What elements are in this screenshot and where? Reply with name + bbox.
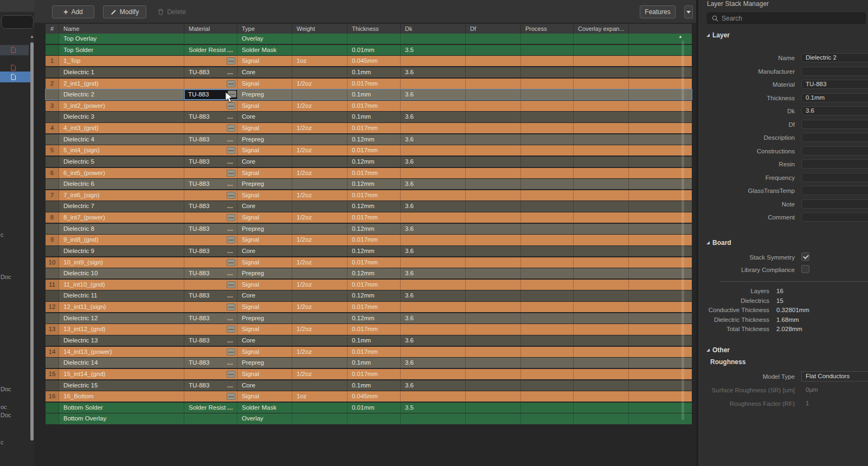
cell-material[interactable]	[184, 34, 237, 44]
cell-process[interactable]	[521, 34, 574, 44]
cell-process[interactable]	[521, 257, 574, 268]
cell-material[interactable]: Solder Resist…	[184, 403, 237, 413]
ellipsis-button[interactable]: …	[227, 192, 235, 199]
cell-material[interactable]: TU-883…	[184, 246, 237, 256]
cell-thickness[interactable]: 0.017mm	[348, 190, 401, 200]
cell-weight[interactable]	[292, 403, 348, 413]
features-button[interactable]: Features	[640, 5, 676, 18]
table-row-5_int4_(sign)[interactable]: 55_int4_(sign)…Signal1/2oz0.017mm	[46, 145, 692, 156]
table-row-1_Top[interactable]: 11_Top…Signal1oz0.045mm	[46, 56, 692, 66]
cell-df[interactable]	[466, 34, 521, 44]
cell-coverlay[interactable]	[574, 145, 629, 156]
cell-thickness[interactable]: 0.12mm	[348, 224, 401, 234]
ellipsis-button[interactable]: …	[227, 348, 235, 355]
cell-process[interactable]	[521, 134, 574, 145]
cell-coverlay[interactable]	[574, 246, 629, 256]
cell-df[interactable]	[466, 123, 521, 133]
cell-coverlay[interactable]	[574, 89, 629, 100]
cell-process[interactable]	[521, 347, 574, 357]
cell-df[interactable]	[466, 190, 521, 200]
cell-name[interactable]: Dielectric 9	[59, 246, 184, 256]
cell-dk[interactable]	[401, 190, 466, 200]
cell-thickness[interactable]: 0.017mm	[348, 168, 401, 178]
cell-dk[interactable]: 3.6	[401, 134, 466, 145]
add-button[interactable]: + Add	[52, 5, 94, 18]
cell-type[interactable]: Overlay	[237, 413, 292, 424]
cell-weight[interactable]: 1/2oz	[292, 168, 348, 178]
cell-df[interactable]	[466, 134, 521, 145]
table-row-Dielectric 14[interactable]: Dielectric 14TU-883…Prepreg0.1mm3.6	[46, 358, 692, 368]
section-header-layer[interactable]: Layer	[706, 31, 730, 39]
cell-name[interactable]: 16_Bottom	[59, 391, 184, 402]
cell-type[interactable]: Core	[237, 201, 292, 211]
ellipsis-button[interactable]: …	[227, 170, 235, 177]
cell-df[interactable]	[466, 358, 521, 368]
cell-df[interactable]	[466, 67, 521, 77]
cell-thickness[interactable]	[348, 34, 401, 44]
cell-weight[interactable]	[292, 34, 348, 44]
cell-df[interactable]	[466, 157, 521, 167]
cell-material[interactable]: …	[184, 235, 237, 245]
cell-type[interactable]: Prepreg	[237, 89, 292, 100]
cell-df[interactable]	[466, 413, 521, 424]
cell-dk[interactable]	[401, 79, 466, 89]
cell-type[interactable]: Prepreg	[237, 134, 292, 145]
cell-material[interactable]: …	[184, 257, 237, 268]
cell-dk[interactable]: 3.6	[401, 179, 466, 189]
cell-name[interactable]: 12_int11_(sign)	[59, 302, 184, 312]
cell-type[interactable]: Signal	[237, 280, 292, 290]
ellipsis-icon[interactable]: …	[227, 335, 234, 346]
cell-coverlay[interactable]	[574, 190, 629, 200]
cell-process[interactable]	[521, 101, 574, 111]
ellipsis-button[interactable]: …	[227, 371, 235, 378]
cell-name[interactable]: 6_int5_(power)	[59, 168, 184, 178]
column-header-name[interactable]: Name	[59, 24, 184, 34]
cell-thickness[interactable]: 0.017mm	[348, 79, 401, 89]
cell-df[interactable]	[466, 369, 521, 379]
cell-dk[interactable]	[401, 391, 466, 402]
cell-material[interactable]: …	[184, 145, 237, 156]
cell-name[interactable]: Dielectric 5	[59, 157, 184, 167]
ellipsis-icon[interactable]: …	[227, 157, 234, 167]
cell-material[interactable]: TU-883…	[184, 224, 237, 234]
cell-weight[interactable]: 1/2oz	[292, 190, 348, 200]
ellipsis-button[interactable]: …	[227, 125, 235, 132]
cell-dk[interactable]: 3.6	[401, 201, 466, 211]
project-tree-item-selected[interactable]	[0, 72, 30, 82]
table-row-Dielectric 2[interactable]: Dielectric 2TU-883…Prepreg0.1mm3.6	[46, 89, 692, 100]
cell-thickness[interactable]: 0.017mm	[348, 369, 401, 379]
cell-dk[interactable]	[401, 168, 466, 178]
cell-process[interactable]	[521, 112, 574, 122]
cell-process[interactable]	[521, 190, 574, 200]
cell-type[interactable]: Signal	[237, 324, 292, 334]
cell-material[interactable]: TU-883…	[184, 67, 237, 77]
cell-dk[interactable]	[401, 101, 466, 111]
cell-df[interactable]	[466, 45, 521, 55]
cell-coverlay[interactable]	[574, 212, 629, 223]
cell-name[interactable]: 2_int1_(gnd)	[59, 79, 184, 89]
ellipsis-icon[interactable]: …	[227, 45, 234, 55]
cell-material[interactable]: …	[184, 123, 237, 133]
cell-material[interactable]	[184, 413, 237, 424]
cell-weight[interactable]	[292, 89, 348, 100]
cell-process[interactable]	[521, 268, 574, 279]
features-dropdown-button[interactable]	[684, 5, 693, 18]
field-input-manufacturer[interactable]	[801, 67, 868, 76]
cell-type[interactable]: Signal	[237, 369, 292, 379]
ellipsis-button[interactable]: …	[227, 57, 235, 64]
cell-coverlay[interactable]	[574, 290, 629, 301]
cell-coverlay[interactable]	[574, 235, 629, 245]
cell-name[interactable]: 9_int8_(gnd)	[59, 235, 184, 245]
column-header-weight[interactable]: Weight	[292, 24, 348, 34]
cell-thickness[interactable]: 0.12mm	[348, 268, 401, 279]
table-row-Dielectric 15[interactable]: Dielectric 15TU-883…Core0.1mm3.6	[46, 380, 692, 391]
cell-thickness[interactable]: 0.045mm	[348, 391, 401, 402]
cell-df[interactable]	[466, 79, 521, 89]
table-row-Top Overlay[interactable]: Top OverlayOverlay	[46, 34, 692, 44]
cell-name[interactable]: 4_int3_(gnd)	[59, 123, 184, 133]
cell-name[interactable]: 15_int14_(gnd)	[59, 369, 184, 379]
table-row-Dielectric 4[interactable]: Dielectric 4TU-883…Prepreg0.12mm3.6	[46, 134, 692, 145]
cell-dk[interactable]: 3.6	[401, 246, 466, 256]
model-type-dropdown[interactable]: Flat Conductors	[801, 371, 868, 381]
cell-type[interactable]: Signal	[237, 235, 292, 245]
